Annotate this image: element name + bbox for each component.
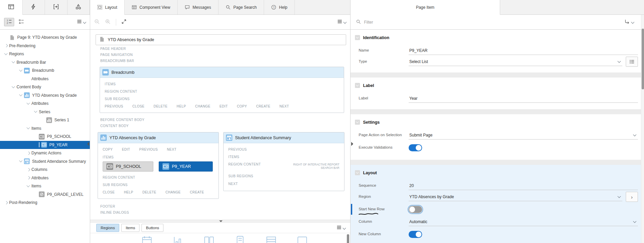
region-action[interactable]: CHANGE: [195, 104, 210, 108]
chevron-down-icon[interactable]: [26, 183, 31, 189]
collapse-section-icon[interactable]: [355, 83, 360, 88]
tab-page-item[interactable]: Page Item: [351, 0, 500, 15]
tree-node[interactable]: YTD Absences by Grade: [0, 91, 90, 100]
item-p9-year-selected[interactable]: P9_YEAR: [159, 161, 213, 172]
region-action[interactable]: PREVIOUS: [105, 104, 123, 108]
breadcrumb-region[interactable]: Breadcrumb ITEMSREGION CONTENTSUB REGION…: [100, 67, 344, 113]
tab-dynamic-actions[interactable]: [23, 0, 45, 14]
layout-menu-button[interactable]: [338, 20, 346, 25]
page-node[interactable]: YTD Absences by Grade: [96, 34, 346, 45]
tree-node[interactable]: Series: [0, 108, 90, 116]
go-to-region-button[interactable]: ›: [626, 192, 638, 202]
tree-node-selected[interactable]: P9_YEAR: [0, 141, 90, 149]
tab-help[interactable]: ? Help: [264, 0, 295, 14]
region-action[interactable]: DELETE: [154, 104, 168, 108]
region-action[interactable]: HELP: [177, 104, 186, 108]
expand-button[interactable]: [121, 19, 127, 25]
report-region-icon[interactable]: [266, 236, 276, 243]
new-column-toggle[interactable]: [409, 231, 422, 238]
chevron-down-icon[interactable]: [3, 51, 9, 57]
filter-input[interactable]: [364, 20, 621, 25]
select-control[interactable]: Submit Page: [409, 131, 638, 140]
chevron-right-icon[interactable]: [26, 167, 31, 173]
chevron-down-icon[interactable]: [18, 92, 24, 98]
gallery-tab-items[interactable]: Items: [121, 224, 139, 232]
tree-node[interactable]: Student Attendance Summary: [0, 157, 90, 166]
attendance-summary-region[interactable]: Student Attendance Summary PREVIOUS ITEM…: [223, 132, 344, 191]
tree-node[interactable]: Post-Rendering: [0, 199, 90, 207]
tree-node[interactable]: Breadcrumb Bar: [0, 58, 90, 67]
chevron-down-icon[interactable]: [18, 158, 24, 164]
tree-node[interactable]: Page 9: YTD Absences by Grade: [0, 33, 90, 42]
item-p9-school[interactable]: P9_SCHOOL: [103, 161, 153, 172]
chevron-down-icon[interactable]: [11, 84, 17, 90]
chevron-down-icon[interactable]: [26, 101, 31, 107]
open-list-of-values-button[interactable]: [626, 57, 638, 67]
region-action[interactable]: PREVIOUS: [139, 148, 158, 151]
zoom-out-button[interactable]: [94, 19, 100, 26]
chevron-right-icon[interactable]: [3, 200, 9, 206]
execute-validations-toggle[interactable]: [409, 144, 422, 151]
chevron-down-icon[interactable]: [26, 125, 31, 131]
section-header[interactable]: Identification: [351, 35, 644, 45]
region-action[interactable]: NEXT: [280, 104, 289, 108]
region-action[interactable]: DELETE: [143, 190, 156, 194]
gallery-tab-buttons[interactable]: Buttons: [141, 224, 163, 232]
group-by-type-button[interactable]: [16, 18, 26, 26]
tree-node[interactable]: Items: [0, 182, 90, 190]
tree-node[interactable]: P9_GRADE_LEVEL: [0, 190, 90, 199]
tab-component-view[interactable]: Component View: [125, 0, 178, 14]
breadcrumb-region-header[interactable]: Breadcrumb: [100, 67, 344, 78]
tree-node[interactable]: Breadcrumb: [0, 66, 90, 75]
gallery-splitter[interactable]: [90, 220, 350, 222]
gallery-tab-regions[interactable]: Regions: [96, 224, 119, 232]
section-header[interactable]: Label: [351, 83, 644, 93]
tree-menu-button[interactable]: [77, 20, 86, 25]
region-action[interactable]: EDIT: [122, 148, 130, 151]
ytd-absences-region[interactable]: YTD Absences by Grade COPYEDITPREVIOUSNE…: [98, 132, 219, 199]
go-to-group-button[interactable]: [624, 19, 634, 25]
tree-node[interactable]: Attributes: [0, 174, 90, 182]
gallery-scrollbar-thumb[interactable]: [347, 234, 349, 243]
chart-region-icon[interactable]: [173, 236, 183, 243]
region-action[interactable]: CLOSE: [132, 104, 145, 108]
text-input-control[interactable]: P9_YEAR: [409, 46, 638, 55]
tree-node[interactable]: Columns: [0, 165, 90, 174]
region-action[interactable]: NEXT: [167, 148, 176, 151]
tree-node[interactable]: Dynamic Actions: [0, 149, 90, 157]
tab-layout[interactable]: Layout: [90, 0, 125, 15]
tree-node[interactable]: Series 1: [0, 116, 90, 124]
region-action[interactable]: CHANGE: [165, 190, 181, 194]
region-action[interactable]: PREVIOUS: [228, 148, 339, 151]
calendar-region-icon[interactable]: [142, 236, 152, 243]
text-input-control[interactable]: Year: [409, 94, 638, 103]
select-control[interactable]: Automatic: [409, 217, 638, 226]
collapse-section-icon[interactable]: [355, 120, 360, 125]
attendance-region-header[interactable]: Student Attendance Summary: [224, 132, 344, 143]
tab-shared-components[interactable]: [68, 0, 90, 14]
right-panel-scrollbar[interactable]: [641, 15, 644, 243]
section-header[interactable]: Layout: [351, 170, 644, 181]
text-input-control[interactable]: 20: [409, 181, 638, 190]
static-region-icon[interactable]: [297, 236, 307, 243]
tree-node[interactable]: Attributes: [0, 99, 90, 108]
tree-node[interactable]: Attributes: [0, 75, 90, 83]
select-control[interactable]: Select List: [409, 57, 622, 66]
tab-processing[interactable]: [45, 0, 68, 14]
section-header[interactable]: Settings: [351, 120, 644, 130]
region-action[interactable]: COPY: [103, 148, 113, 151]
collapse-section-icon[interactable]: [355, 170, 360, 175]
chevron-down-icon[interactable]: [11, 59, 17, 65]
collapse-section-icon[interactable]: [355, 35, 360, 40]
tree-node[interactable]: P9_SCHOOL: [0, 132, 90, 141]
ytd-region-header[interactable]: YTD Absences by Grade: [98, 132, 218, 143]
start-new-row-toggle[interactable]: [409, 206, 422, 213]
collapse-left-panel-handle[interactable]: [87, 142, 89, 146]
tab-page-search[interactable]: Page Search: [218, 0, 264, 14]
zoom-in-button[interactable]: [105, 19, 111, 26]
scrollbar-thumb[interactable]: [642, 29, 644, 89]
chevron-right-icon[interactable]: [26, 150, 31, 156]
select-control[interactable]: YTD Absences by Grade: [409, 192, 622, 201]
tree-node[interactable]: Pre-Rendering: [0, 42, 90, 50]
region-action[interactable]: CREATE: [190, 190, 204, 194]
